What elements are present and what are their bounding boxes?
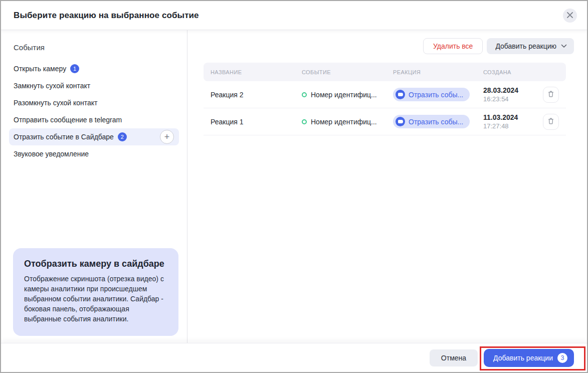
dialog-header: Выберите реакцию на выбранное событие — [1, 1, 587, 30]
created-date: 28.03.2024 — [483, 86, 535, 94]
created-cell: 11.03.2024 17:27:48 — [483, 113, 535, 130]
reaction-type-label: Отразить собы... — [409, 91, 463, 99]
column-header-created: СОЗДАНА — [483, 69, 535, 75]
reaction-type-badge[interactable]: Отразить собы... — [393, 88, 470, 101]
sidebar-heading: События — [1, 43, 187, 60]
reaction-event-cell: Номер идентифиц... — [302, 91, 393, 99]
reaction-name: Реакция 1 — [211, 118, 302, 126]
reaction-event-label: Номер идентифиц... — [311, 118, 377, 126]
add-reaction-dropdown-button[interactable]: Добавить реакцию — [487, 38, 574, 54]
column-header-name: НАЗВАНИЕ — [211, 69, 302, 75]
reaction-event-cell: Номер идентифиц... — [302, 118, 393, 126]
delete-row-button[interactable] — [543, 87, 559, 103]
count-badge: 2 — [118, 132, 127, 141]
event-item-label: Замкнуть сухой контакт — [14, 82, 90, 90]
trash-icon — [547, 117, 554, 126]
info-box-description: Отображение скриншота (отрезка видео) с … — [24, 274, 167, 324]
column-header-reaction: РЕАКЦИЯ — [393, 69, 483, 75]
reaction-type-cell: Отразить собы... — [393, 88, 483, 101]
event-item-label: Разомкнуть сухой контакт — [14, 99, 98, 107]
created-time: 17:27:48 — [483, 122, 535, 130]
event-status-icon — [302, 92, 307, 97]
submit-count-badge: 3 — [557, 353, 567, 363]
sidebar-reaction-icon — [396, 90, 405, 99]
column-header-event: СОБЫТИЕ — [302, 69, 393, 75]
reaction-dialog: Выберите реакцию на выбранное событие Со… — [0, 0, 588, 373]
delete-all-button[interactable]: Удалить все — [423, 38, 483, 54]
reactions-panel: Удалить все Добавить реакцию НАЗВАНИЕ СО… — [187, 30, 587, 343]
event-item-label: Звуковое уведомление — [14, 150, 89, 158]
reaction-name: Реакция 2 — [211, 91, 302, 99]
event-info-box: Отобразить камеру в сайдбаре Отображение… — [13, 248, 178, 336]
reactions-table: НАЗВАНИЕ СОБЫТИЕ РЕАКЦИЯ СОЗДАНА Реакция… — [204, 63, 566, 135]
events-sidebar: События Открыть камеру 1 Замкнуть сухой … — [1, 30, 187, 343]
dialog-body: События Открыть камеру 1 Замкнуть сухой … — [1, 30, 587, 343]
event-item-label: Отразить событие в Сайдбаре — [14, 133, 114, 141]
submit-reactions-button[interactable]: Добавить реакции 3 — [484, 349, 574, 367]
count-badge: 1 — [70, 64, 79, 73]
add-reaction-plus-button[interactable]: + — [160, 130, 174, 144]
plus-icon: + — [164, 132, 170, 141]
sidebar-item-show-in-sidebar[interactable]: Отразить событие в Сайдбаре 2 + — [9, 128, 179, 145]
reaction-type-label: Отразить собы... — [409, 118, 463, 126]
created-date: 11.03.2024 — [483, 113, 535, 121]
dialog-footer: Отмена Добавить реакции 3 — [1, 343, 587, 372]
sidebar-item-sound-notification[interactable]: Звуковое уведомление — [9, 145, 179, 162]
dialog-title: Выберите реакцию на выбранное событие — [14, 11, 199, 21]
event-status-icon — [302, 119, 307, 124]
created-time: 16:23:54 — [483, 95, 535, 103]
table-row: Реакция 2 Номер идентифиц... Отразить со… — [204, 81, 566, 108]
info-box-title: Отобразить камеру в сайдбаре — [24, 259, 167, 269]
reaction-type-cell: Отразить собы... — [393, 115, 483, 128]
sidebar-item-close-dry-contact[interactable]: Замкнуть сухой контакт — [9, 77, 179, 94]
table-row: Реакция 1 Номер идентифиц... Отразить со… — [204, 108, 566, 135]
reactions-toolbar: Удалить все Добавить реакцию — [204, 38, 574, 54]
table-header-row: НАЗВАНИЕ СОБЫТИЕ РЕАКЦИЯ СОЗДАНА — [204, 63, 566, 81]
reaction-event-label: Номер идентифиц... — [311, 91, 377, 99]
event-list: Открыть камеру 1 Замкнуть сухой контакт … — [1, 60, 187, 162]
reaction-type-badge[interactable]: Отразить собы... — [393, 115, 470, 128]
sidebar-item-open-dry-contact[interactable]: Разомкнуть сухой контакт — [9, 94, 179, 111]
close-icon — [567, 9, 573, 23]
created-cell: 28.03.2024 16:23:54 — [483, 86, 535, 103]
delete-row-button[interactable] — [543, 114, 559, 130]
submit-button-label: Добавить реакции — [493, 354, 553, 362]
cancel-button[interactable]: Отмена — [430, 349, 478, 366]
sidebar-item-open-camera[interactable]: Открыть камеру 1 — [9, 60, 179, 77]
sidebar-reaction-icon — [396, 117, 405, 126]
close-button[interactable] — [563, 9, 577, 23]
event-item-label: Открыть камеру — [14, 65, 66, 73]
add-reaction-dropdown-label: Добавить реакцию — [495, 42, 556, 50]
trash-icon — [547, 90, 554, 99]
event-item-label: Отправить сообщение в telegram — [14, 116, 122, 124]
chevron-down-icon — [561, 44, 567, 48]
sidebar-item-send-telegram[interactable]: Отправить сообщение в telegram — [9, 111, 179, 128]
